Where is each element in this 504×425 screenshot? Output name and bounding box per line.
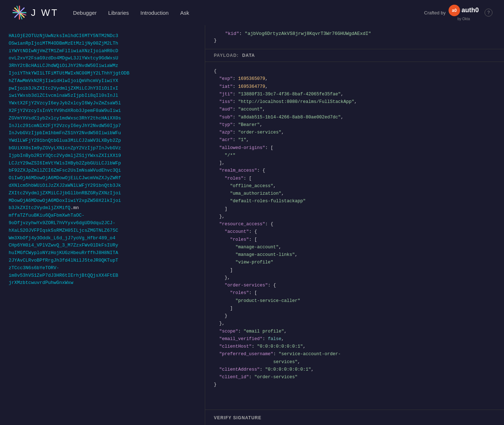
token-line-3: iYWYtNDIwNjVmZTM1ZmFlIiwiaXNzIjoiaHR0cD: [9, 48, 118, 54]
by-okta-text: by Okta: [458, 17, 470, 21]
payload-label-bar: PAYLOAD: DATA: [205, 49, 504, 62]
navbar: J WT Debugger Libraries Introduction Ask…: [0, 0, 504, 25]
crafted-text: Crafted by: [424, 10, 446, 15]
data-word: DATA: [242, 53, 255, 58]
crafted-by: Crafted by a0 auth0 by Okta ?: [424, 5, 492, 21]
main-content: HAiOjE2OTUzNjUwNzksImlhdCI6MTY5NTM2NDc3 …: [0, 25, 504, 425]
nav-ask[interactable]: Ask: [180, 10, 189, 16]
auth0-logo: a0 auth0: [449, 5, 479, 16]
kid-line: "kid": "ajbVog6DrtyzAkVS8jrwj8KqvrT3Wr76…: [214, 31, 495, 36]
token-line-20: OiIwOjA6MDowOjA6MDowOjEiLCJwcmVmZXJyZWRf: [9, 175, 121, 181]
token-line-33: im8v53hVS1ZeP7dJ3HR6tIErhjBtQQjsXX4FtEB: [9, 273, 118, 278]
token-line-2: OSwianRpIjoiMTM4ODBmMzEtMzljNy00ZjM2LTh: [9, 41, 118, 46]
token-line-27: hXaLS2OJVFPIqskSsRMZH05ILjcsZMGTNLZ675C: [9, 228, 118, 233]
header-section: "kid": "ajbVog6DrtyzAkVS8jrwj8KqvrT3Wr76…: [205, 25, 504, 49]
token-line-25: mffaTZfuuBKiu6QaFbmXwhTaOC-: [9, 213, 85, 218]
token-line-29: CHp6YH0i4_VPlVZwvQ_3_M7ZzxFWv0lDkFsIURy: [9, 243, 118, 248]
token-line-31: 2JYAvCLRvoBPfRrgJh3fd4lNilJ5teJR0QKTupT: [9, 258, 118, 263]
token-line-9: iwiYWxsb3dlZC1vcmlnaW5zIjpbIi8qIl0sInJl: [9, 93, 118, 98]
token-line-7: hZTAwMmVkN2RjIiwidHlwIjoiQmVhcmVyIiwiYX: [9, 78, 118, 83]
token-line-32: zTCcc3N6s6bYeTORV-: [9, 265, 59, 271]
token-line-16: bGUiXX0sIm9yZGVyLXNlcnZpY2VzIjp7InJvbGVz: [9, 145, 121, 151]
token-line-18: LCJzY29wZSI6ImVtYWlsIHByb2ZpbGUiLCJlbWFp: [9, 160, 121, 166]
token-line-10: YWxtX2FjY2VzcyI6eyJyb2xlcyI6WyJvZmZsaW5l: [9, 100, 121, 106]
verify-signature-label: VERIFY SIGNATURE: [214, 415, 261, 420]
token-line-28: Wm3XbOfj4y3Oddk_L6d_jJ7yoVg_Hfbr489_o4: [9, 235, 115, 241]
token-line-17: IjpbInByb2R1Y3Qtc2VydmljZS1jYWxsZXIiXX19: [9, 153, 121, 158]
token-line-19: bF92ZXJpZmllZCI6ZmFsc2UsImNsaWVudEhvc3Qi: [9, 168, 121, 173]
token-line-21: dXNlcm5hbWUiOiJzZXJ2aWNlLWFjY291bnQtb3Jk: [9, 183, 121, 188]
token-line-5: 3RhY2tBcHAiLCJhdWQiOiJhY2NvdW50IiwiaWMz: [9, 63, 118, 68]
help-icon[interactable]: ?: [485, 9, 492, 17]
logo[interactable]: J WT: [12, 5, 59, 21]
token-line-14: InJvbGVzIjpbIm1hbmFnZS1hY2NvdW50IiwibWFu: [9, 130, 121, 136]
auth0-name: auth0: [462, 6, 479, 14]
nav-debugger[interactable]: Debugger: [73, 10, 97, 16]
nav-libraries[interactable]: Libraries: [108, 10, 129, 16]
nav-links: Debugger Libraries Introduction Ask: [73, 10, 424, 16]
token-text: HAiOjE2OTUzNjUwNzksImlhdCI6MTY5NTM2NDc3 …: [9, 32, 196, 287]
payload-word: PAYLOAD:: [214, 53, 239, 58]
token-line-8: pwIjoib3JkZXItc2VydmljZXMiLCJhY3IiOiIxI: [9, 86, 118, 91]
token-line-1: HAiOjE2OTUzNjUwNzksImlhdCI6MTY5NTM2NDc3: [9, 33, 118, 39]
token-line-26: 9oDfjvzyhwYx9ZORL7hVYyxv6dgUD9dqu2JCJ-: [9, 220, 115, 226]
header-closing-brace: }: [214, 38, 495, 43]
token-line-11: X2FjY2VzcyIsInVtYV9hdXRob3JpemF0aW9uIiwi: [9, 108, 121, 113]
verify-signature-section[interactable]: VERIFY SIGNATURE: [205, 410, 504, 425]
auth0-icon: a0: [449, 5, 460, 16]
token-line-24: b3JkZXItc2VydmljZXMifQ.mn: [9, 205, 79, 211]
token-line-22: ZXItc2VydmljZXMiLCJjbGllbnRBZGRyZXNzIjoi: [9, 190, 121, 196]
decoded-panel: "kid": "ajbVog6DrtyzAkVS8jrwj8KqvrT3Wr76…: [205, 25, 504, 425]
kid-value: "ajbVog6DrtyzAkVS8jrwj8KqvrT3Wr76GHUWgdA…: [245, 31, 371, 36]
token-line-13: InJlc291cmNlX2FjY2VzcyI6eyJhY2NvdW50Ijp7: [9, 123, 121, 128]
token-line-12: ZGVmYXVsdC1yb2xlcy1mdWxsc3RhY2thcHAiXX0s: [9, 116, 121, 121]
json-payload: { "exp": 1695365079, "iat": 1695364779, …: [205, 62, 504, 410]
token-line-4: ovL2xvY2FsaG9zdDo4MDgwL3JlYWxtcy9GdWxsU: [9, 55, 118, 61]
logo-text: J WT: [31, 7, 59, 18]
token-line-6: IjoiYThkYWI1LTFiMTUtMWIxNC00MjY2LThhYjgt…: [9, 71, 129, 76]
auth0-badge: a0 auth0 by Okta: [449, 5, 479, 21]
token-line-30: huIMGfCWyploNYzHojKUGzHbeuRrffhJ8H8NITA: [9, 250, 118, 256]
token-line-34: jrXMzbtcwuvrdPuhwGnxWxw: [9, 280, 73, 285]
token-panel: HAiOjE2OTUzNjUwNzksImlhdCI6MTY5NTM2NDc3 …: [0, 25, 205, 425]
kid-key: "kid": [225, 31, 239, 36]
jwt-logo-icon: [12, 5, 27, 21]
token-line-15: YWdlLWFjY291bnQtbGlua3MiLCJ2aWV3LXByb2Zp: [9, 138, 121, 143]
token-line-23: MDowOjA6MDowOjA6MDoxIiwiY2xpZW50X2lkIjoi: [9, 198, 121, 203]
nav-introduction[interactable]: Introduction: [140, 10, 168, 16]
